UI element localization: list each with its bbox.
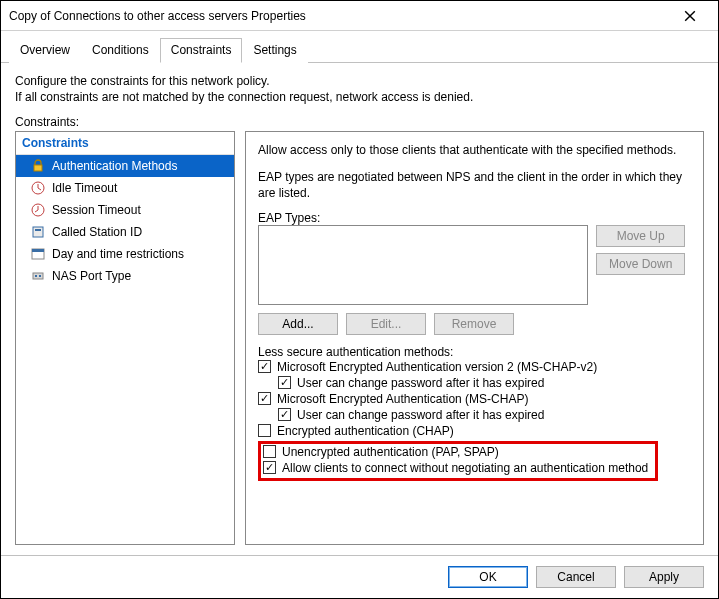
move-down-button[interactable]: Move Down — [596, 253, 685, 275]
tree-item-label: Idle Timeout — [52, 181, 117, 195]
detail-intro1: Allow access only to those clients that … — [258, 142, 691, 158]
detail-panel: Allow access only to those clients that … — [245, 131, 704, 545]
port-icon — [30, 268, 46, 284]
tree-item-label: Day and time restrictions — [52, 247, 184, 261]
properties-window: Copy of Connections to other access serv… — [0, 0, 719, 599]
eap-side-buttons: Move Up Move Down — [596, 225, 685, 275]
checkbox-label: User can change password after it has ex… — [297, 376, 544, 390]
tree-item-nas-port-type[interactable]: NAS Port Type — [16, 265, 234, 287]
cancel-button[interactable]: Cancel — [536, 566, 616, 588]
move-up-button[interactable]: Move Up — [596, 225, 685, 247]
tree-item-idle-timeout[interactable]: Idle Timeout — [16, 177, 234, 199]
close-icon — [684, 10, 696, 22]
edit-button[interactable]: Edit... — [346, 313, 426, 335]
add-button[interactable]: Add... — [258, 313, 338, 335]
tab-bar: Overview Conditions Constraints Settings — [1, 31, 718, 63]
calendar-icon — [30, 246, 46, 262]
svg-rect-0 — [34, 165, 42, 171]
eap-types-label: EAP Types: — [258, 211, 691, 225]
svg-rect-8 — [35, 275, 37, 277]
checkbox-label: Unencrypted authentication (PAP, SPAP) — [282, 445, 499, 459]
svg-rect-6 — [32, 249, 44, 252]
checkbox-icon — [258, 360, 271, 373]
constraints-tree: Constraints Authentication Methods Idle … — [15, 131, 235, 545]
checkbox-pap[interactable]: Unencrypted authentication (PAP, SPAP) — [263, 444, 651, 460]
constraints-label: Constraints: — [1, 111, 718, 131]
checkbox-mschap-expire[interactable]: User can change password after it has ex… — [258, 407, 691, 423]
lock-icon — [30, 158, 46, 174]
tree-item-day-time-restrictions[interactable]: Day and time restrictions — [16, 243, 234, 265]
detail-intro2: EAP types are negotiated between NPS and… — [258, 169, 691, 201]
checkbox-icon — [278, 408, 291, 421]
checkbox-mschap2[interactable]: Microsoft Encrypted Authentication versi… — [258, 359, 691, 375]
panels: Constraints Authentication Methods Idle … — [1, 131, 718, 555]
highlighted-options: Unencrypted authentication (PAP, SPAP) A… — [258, 441, 658, 481]
eap-types-listbox[interactable] — [258, 225, 588, 305]
svg-rect-4 — [35, 229, 41, 231]
remove-button[interactable]: Remove — [434, 313, 514, 335]
eap-row: Move Up Move Down — [258, 225, 691, 305]
tab-settings[interactable]: Settings — [242, 38, 307, 63]
titlebar: Copy of Connections to other access serv… — [1, 1, 718, 31]
checkbox-label: Allow clients to connect without negotia… — [282, 461, 648, 475]
session-icon — [30, 202, 46, 218]
tree-item-authentication-methods[interactable]: Authentication Methods — [16, 155, 234, 177]
tab-conditions[interactable]: Conditions — [81, 38, 160, 63]
description-line2: If all constraints are not matched by th… — [15, 89, 704, 105]
apply-button[interactable]: Apply — [624, 566, 704, 588]
checkbox-icon — [263, 461, 276, 474]
checkbox-icon — [258, 392, 271, 405]
checkbox-icon — [263, 445, 276, 458]
svg-rect-9 — [39, 275, 41, 277]
tab-overview[interactable]: Overview — [9, 38, 81, 63]
description-line1: Configure the constraints for this netwo… — [15, 73, 704, 89]
tree-item-label: NAS Port Type — [52, 269, 131, 283]
checkbox-icon — [258, 424, 271, 437]
checkbox-icon — [278, 376, 291, 389]
checkbox-label: User can change password after it has ex… — [297, 408, 544, 422]
tree-item-label: Authentication Methods — [52, 159, 177, 173]
less-secure-section: Less secure authentication methods: Micr… — [258, 345, 691, 481]
checkbox-label: Encrypted authentication (CHAP) — [277, 424, 454, 438]
tree-header: Constraints — [16, 132, 234, 155]
tree-item-label: Session Timeout — [52, 203, 141, 217]
tab-constraints[interactable]: Constraints — [160, 38, 243, 63]
checkbox-label: Microsoft Encrypted Authentication (MS-C… — [277, 392, 528, 406]
ok-button[interactable]: OK — [448, 566, 528, 588]
svg-rect-7 — [33, 273, 43, 279]
dialog-footer: OK Cancel Apply — [1, 555, 718, 598]
server-icon — [30, 224, 46, 240]
close-button[interactable] — [670, 2, 710, 30]
tree-item-label: Called Station ID — [52, 225, 142, 239]
less-secure-label: Less secure authentication methods: — [258, 345, 691, 359]
checkbox-label: Microsoft Encrypted Authentication versi… — [277, 360, 597, 374]
clock-icon — [30, 180, 46, 196]
svg-rect-3 — [33, 227, 43, 237]
description: Configure the constraints for this netwo… — [1, 63, 718, 111]
checkbox-mschap[interactable]: Microsoft Encrypted Authentication (MS-C… — [258, 391, 691, 407]
tree-item-session-timeout[interactable]: Session Timeout — [16, 199, 234, 221]
window-title: Copy of Connections to other access serv… — [9, 9, 670, 23]
eap-button-row: Add... Edit... Remove — [258, 313, 691, 335]
checkbox-chap[interactable]: Encrypted authentication (CHAP) — [258, 423, 691, 439]
tree-item-called-station-id[interactable]: Called Station ID — [16, 221, 234, 243]
checkbox-mschap2-expire[interactable]: User can change password after it has ex… — [258, 375, 691, 391]
checkbox-allow-no-auth[interactable]: Allow clients to connect without negotia… — [263, 460, 651, 476]
